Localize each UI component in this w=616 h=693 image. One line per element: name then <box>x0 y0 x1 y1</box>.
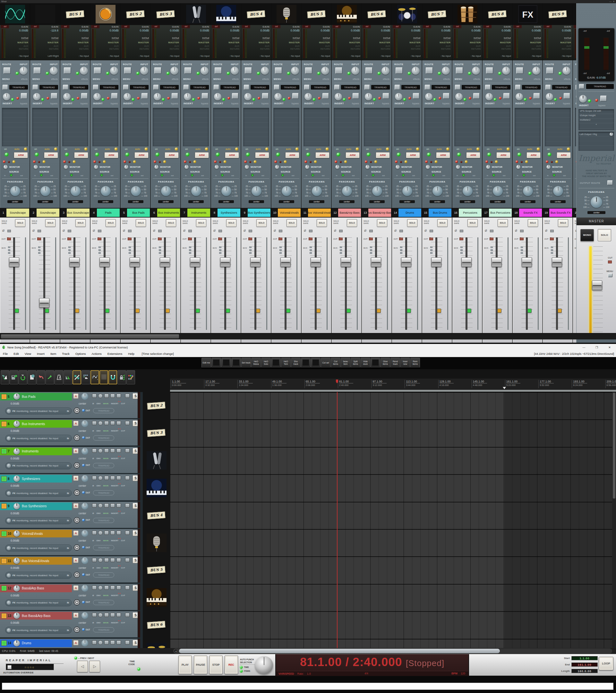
fx-slot-list[interactable] <box>545 108 571 146</box>
solo-button[interactable]: SOLO <box>75 219 86 227</box>
pan-readout[interactable]: center <box>79 484 86 487</box>
record-monitor-button[interactable] <box>74 462 80 469</box>
strip-mini-button[interactable] <box>196 309 200 313</box>
record-arm-led[interactable] <box>1 613 7 618</box>
pan-knob[interactable] <box>523 186 533 196</box>
input-assignment[interactable]: : No input <box>109 55 119 57</box>
input-assignment[interactable]: : No input <box>230 55 240 57</box>
arm-button[interactable]: ARM <box>255 152 269 158</box>
pan-readout[interactable]: center <box>128 200 143 203</box>
pan-readout[interactable]: center <box>399 200 415 203</box>
solo-button[interactable]: SOLO <box>226 219 236 227</box>
insert-knob[interactable] <box>485 93 493 100</box>
env-knob[interactable] <box>98 558 103 562</box>
cut-button[interactable] <box>125 586 130 590</box>
route-button[interactable] <box>547 67 553 74</box>
effects-label[interactable]: effects <box>51 78 58 80</box>
input-knob[interactable] <box>20 67 27 75</box>
record-mode-pill[interactable]: FXmonitoring, record disabled: No inputI… <box>5 490 72 497</box>
arrange-hscrollbar[interactable]: ◂ <box>173 648 612 654</box>
insert-knob[interactable] <box>335 93 342 100</box>
trim-mode-label[interactable]: TRIM/READ <box>401 85 420 90</box>
fx-slot-list[interactable] <box>93 108 118 146</box>
insert-button-1[interactable] <box>111 476 115 480</box>
bypass-button[interactable] <box>81 93 87 99</box>
route-button[interactable] <box>396 67 403 74</box>
project-sync-icon[interactable] <box>19 370 27 384</box>
pan-knob[interactable] <box>342 186 352 196</box>
trim-mode-label[interactable]: TRIM/READ <box>251 85 269 90</box>
solo-button[interactable]: SOLO <box>105 219 116 227</box>
fx-slot-list[interactable] <box>243 108 269 146</box>
pause-button[interactable]: PAUSE <box>194 655 207 674</box>
env-knob[interactable] <box>98 449 103 453</box>
cut-button[interactable] <box>125 531 130 535</box>
fx-slot-list[interactable] <box>213 108 239 146</box>
arrange-view[interactable] <box>170 392 612 648</box>
menu-options[interactable]: Options <box>73 352 89 355</box>
input-assignment[interactable]: : No input <box>320 55 330 57</box>
pan-readout[interactable]: center <box>79 429 86 433</box>
monitor-knob[interactable] <box>396 165 400 169</box>
volume-fader[interactable] <box>341 257 351 267</box>
track-pan-knob[interactable] <box>81 420 88 427</box>
master-bypass-button[interactable] <box>600 96 607 101</box>
track-volume-knob[interactable] <box>14 558 20 564</box>
phase-button[interactable] <box>92 421 97 425</box>
volume-readout[interactable]: 0.00dB <box>11 402 19 405</box>
strip-name[interactable]: Bus Bass&Arp Bass <box>368 209 391 217</box>
pan-knob[interactable] <box>553 186 563 196</box>
phase-button[interactable] <box>92 613 97 617</box>
automation-button[interactable]: A <box>73 530 79 536</box>
insert-knob[interactable] <box>365 93 372 100</box>
pan-readout[interactable]: center <box>218 200 234 203</box>
track-pan-knob[interactable] <box>81 530 88 537</box>
master-menu-button[interactable] <box>608 273 613 277</box>
pan-readout[interactable]: center <box>158 200 174 203</box>
trim-mode-label[interactable]: TRIM/READ <box>341 85 360 90</box>
solo-button[interactable]: SOLO <box>45 219 56 227</box>
marker-lane[interactable] <box>170 390 616 392</box>
pan-knob[interactable] <box>40 186 51 196</box>
menu-button[interactable]: MENU <box>515 78 523 81</box>
trim-button[interactable] <box>3 85 8 90</box>
volume-fader[interactable] <box>190 257 200 267</box>
strip-mini-button[interactable] <box>135 309 140 313</box>
volume-fader[interactable] <box>492 257 502 267</box>
gain-value[interactable]: 0.00dB <box>230 29 239 32</box>
on-led[interactable] <box>35 153 39 156</box>
tcp-track[interactable]: 13 Bus Bass&Arp Bass A S 0.00dB center Ø… <box>0 611 140 637</box>
gain-value[interactable]: 0.00dB <box>19 29 28 32</box>
pan-knob[interactable] <box>101 186 111 196</box>
gain-value[interactable]: 0.00dB <box>140 29 149 32</box>
solo-button[interactable]: SOLO <box>15 219 25 227</box>
monitor-knob[interactable] <box>426 165 430 169</box>
trim-mode-label[interactable]: TRIM/READ <box>220 85 239 90</box>
insert-knob[interactable] <box>516 93 523 100</box>
volume-fader[interactable] <box>552 257 562 267</box>
track-volume-knob[interactable] <box>14 421 20 427</box>
maximize-button[interactable]: ❐ <box>590 346 603 349</box>
grid-lines-icon[interactable] <box>99 370 108 384</box>
gain-value[interactable]: 0.00dB <box>290 29 300 32</box>
tcp-track[interactable]: 6 Bus Instruments A S 0.00dB center ØENV… <box>0 419 140 446</box>
env-knob[interactable] <box>98 531 103 535</box>
effects-label[interactable]: effects <box>413 78 420 80</box>
master-solo-button[interactable]: SOLO <box>598 229 611 241</box>
effects-label[interactable]: effects <box>443 78 450 80</box>
arm-button[interactable]: ARM <box>496 152 511 158</box>
insert-button-2[interactable] <box>117 394 121 398</box>
track-volume-knob[interactable] <box>14 530 20 537</box>
tcp-track[interactable]: 8 Synthesizers A S 0.00dB center ØENVMAI… <box>0 474 140 500</box>
master-fader[interactable] <box>592 280 602 290</box>
fx-slot-list[interactable] <box>394 108 420 146</box>
input-knob[interactable] <box>291 67 299 75</box>
on-led[interactable] <box>367 153 370 156</box>
strip-name[interactable]: Instruments <box>187 209 210 217</box>
track-pan-knob[interactable] <box>81 585 88 592</box>
insert-button-1[interactable] <box>111 421 115 425</box>
phase-button[interactable]: Ø <box>364 229 366 232</box>
arm-button[interactable]: ARM <box>164 152 179 158</box>
pan-readout[interactable]: center <box>550 200 565 203</box>
pan-readout[interactable]: center <box>79 457 86 460</box>
